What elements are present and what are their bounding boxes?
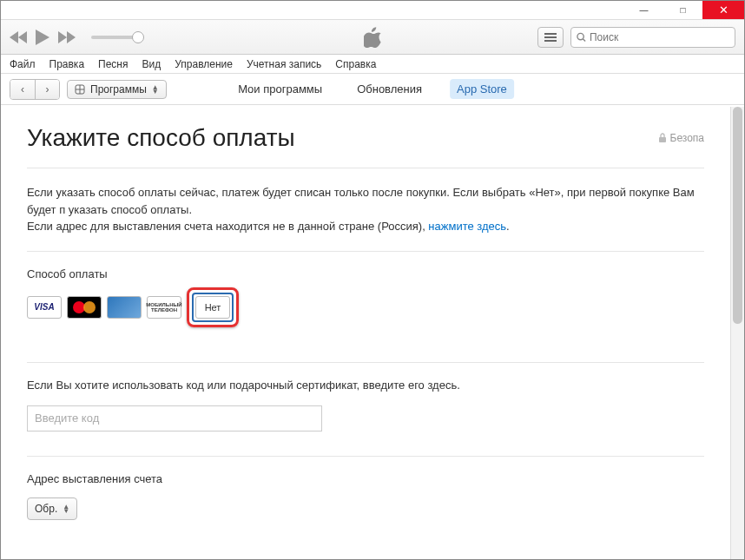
previous-track-icon[interactable] <box>10 31 27 43</box>
search-input[interactable] <box>590 31 729 43</box>
app-window: — □ ✕ <box>0 0 745 560</box>
close-button[interactable]: ✕ <box>702 1 744 19</box>
payment-visa[interactable]: VISA <box>27 296 62 319</box>
intro2-prefix: Если адрес для выставления счета находит… <box>27 220 428 233</box>
next-track-icon[interactable] <box>58 31 76 43</box>
nav-forward-button[interactable]: › <box>35 80 59 99</box>
volume-thumb[interactable] <box>132 31 144 43</box>
payment-mastercard[interactable] <box>67 296 102 319</box>
giftcode-input[interactable] <box>27 405 322 432</box>
tab-app-store[interactable]: App Store <box>450 79 514 99</box>
maximize-button[interactable]: □ <box>663 1 702 19</box>
list-icon <box>544 36 557 38</box>
play-icon[interactable] <box>36 30 49 45</box>
svg-point-0 <box>577 33 583 39</box>
updown-icon: ▲▼ <box>63 504 69 513</box>
nav-buttons: ‹ › <box>10 79 60 100</box>
secondary-toolbar: ‹ › Программы ▲▼ Мои программы Обновлени… <box>1 74 744 105</box>
secure-indicator: Безопа <box>658 132 705 144</box>
menu-account[interactable]: Учетная запись <box>247 58 321 70</box>
menu-song[interactable]: Песня <box>98 58 128 70</box>
payment-none[interactable]: Нет <box>195 296 230 319</box>
scrollbar-thumb[interactable] <box>733 107 742 324</box>
salutation-dropdown[interactable]: Обр. ▲▼ <box>27 497 77 520</box>
content-area: Укажите способ оплаты Безопа Если указат… <box>1 107 744 559</box>
nav-back-button[interactable]: ‹ <box>10 80 35 99</box>
secure-label: Безопа <box>670 132 705 144</box>
menu-view[interactable]: Вид <box>142 58 162 70</box>
lock-icon <box>658 133 667 143</box>
search-icon <box>577 32 586 43</box>
player-toolbar <box>1 20 744 55</box>
store-tabs: Мои программы Обновления App Store <box>231 79 514 99</box>
mobile-line1: МОБИЛЬНЫЙ <box>146 302 181 307</box>
scrollbar[interactable] <box>730 107 744 559</box>
intro-text-1: Если указать способ оплаты сейчас, плате… <box>27 184 704 218</box>
salutation-value: Обр. <box>35 503 57 515</box>
list-view-button[interactable] <box>537 27 564 48</box>
billing-address-label: Адрес выставления счета <box>27 472 704 485</box>
giftcode-label: Если Вы хотите использовать код или пода… <box>27 379 704 392</box>
volume-slider[interactable] <box>91 36 143 39</box>
menu-edit[interactable]: Правка <box>49 58 85 70</box>
page-title: Укажите способ оплаты <box>27 124 295 152</box>
menu-file[interactable]: Файл <box>10 58 36 70</box>
mobile-line2: ТЕЛЕФОН <box>146 307 181 313</box>
change-country-link[interactable]: нажмите здесь <box>428 220 506 233</box>
category-label: Программы <box>90 83 147 96</box>
intro-text-2: Если адрес для выставления счета находит… <box>27 218 704 235</box>
minimize-button[interactable]: — <box>624 1 663 19</box>
tab-my-apps[interactable]: Мои программы <box>231 79 329 99</box>
payment-mobile-phone[interactable]: МОБИЛЬНЫЙ ТЕЛЕФОН <box>147 296 181 319</box>
payment-method-label: Способ оплаты <box>27 267 704 280</box>
apple-logo-icon <box>364 27 381 48</box>
divider <box>27 362 704 363</box>
updown-icon: ▲▼ <box>152 85 159 94</box>
payment-methods: VISA МОБИЛЬНЫЙ ТЕЛЕФОН Нет <box>27 287 704 327</box>
svg-rect-5 <box>659 137 666 142</box>
tab-updates[interactable]: Обновления <box>350 79 429 99</box>
svg-line-1 <box>583 38 585 41</box>
divider <box>27 456 704 457</box>
intro2-suffix: . <box>506 220 510 233</box>
payment-amex[interactable] <box>107 296 142 319</box>
menu-help[interactable]: Справка <box>335 58 376 70</box>
menubar: Файл Правка Песня Вид Управление Учетная… <box>1 55 744 74</box>
payment-none-highlight: Нет <box>187 287 239 327</box>
category-selector[interactable]: Программы ▲▼ <box>67 80 167 99</box>
titlebar: — □ ✕ <box>1 1 744 20</box>
divider <box>27 251 704 252</box>
apps-icon <box>75 84 85 95</box>
menu-controls[interactable]: Управление <box>175 58 233 70</box>
divider <box>27 168 704 168</box>
search-box[interactable] <box>570 27 735 48</box>
